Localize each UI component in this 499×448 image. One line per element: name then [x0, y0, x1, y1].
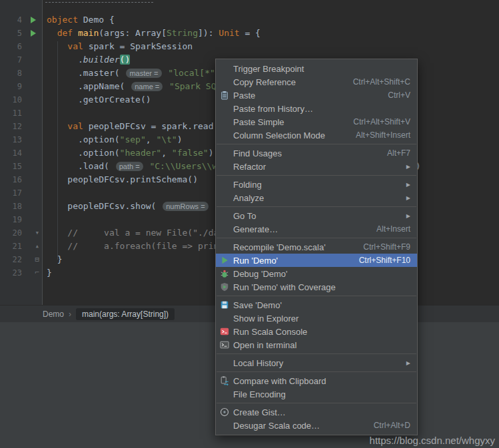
- menu-item-label: Desugar Scala code…: [233, 421, 320, 431]
- menu-item-paste[interactable]: PasteCtrl+V: [216, 89, 417, 102]
- line-number[interactable]: 5: [0, 27, 25, 40]
- menu-item-go-to[interactable]: Go To▶: [216, 209, 417, 222]
- menu-item-save-demo[interactable]: Save 'Demo': [216, 298, 417, 312]
- line-number[interactable]: 16: [0, 173, 25, 186]
- code-token: [47, 41, 67, 51]
- menu-item-desugar-scala-code[interactable]: Desugar Scala code…Ctrl+Alt+D: [216, 419, 417, 432]
- fold-marker-icon[interactable]: ▴: [35, 240, 39, 253]
- gutter-icon-cell: [25, 146, 43, 160]
- gutter-icon-cell: [25, 133, 43, 146]
- line-number[interactable]: 6: [0, 40, 25, 53]
- menu-item-generate[interactable]: Generate…Alt+Insert: [216, 222, 417, 236]
- menu-item-column-selection-mode[interactable]: Column Selection ModeAlt+Shift+Insert: [216, 128, 417, 142]
- menu-item-label: Paste Simple: [233, 117, 284, 127]
- line-number[interactable]: 8: [0, 67, 25, 80]
- menu-item-trigger-breakpoint[interactable]: Trigger Breakpoint: [216, 62, 417, 75]
- menu-item-find-usages[interactable]: Find UsagesAlt+F7: [216, 146, 417, 160]
- breadcrumb-file[interactable]: Demo: [43, 310, 64, 319]
- code-line-text[interactable]: object Demo {: [43, 13, 499, 27]
- menu-item-icon-slot: [219, 116, 230, 127]
- gutter-icon-cell: [25, 107, 43, 120]
- line-number[interactable]: 23: [0, 266, 25, 280]
- menu-item-paste-from-history[interactable]: Paste from History…: [216, 102, 417, 115]
- menu-item-analyze[interactable]: Analyze▶: [216, 191, 417, 204]
- menu-item-open-in-terminal[interactable]: Open in terminal: [216, 338, 417, 351]
- menu-item-run-demo[interactable]: Run 'Demo'Ctrl+Shift+F10: [216, 254, 417, 267]
- menu-separator: [217, 175, 416, 176]
- line-number[interactable]: 10: [0, 93, 25, 107]
- line-number[interactable]: 15: [0, 160, 25, 173]
- menu-item-icon-slot: [219, 148, 230, 158]
- menu-item-folding[interactable]: Folding▶: [216, 178, 417, 191]
- menu-item-compare-with-clipboard[interactable]: Compare with Clipboard: [216, 374, 417, 387]
- line-number[interactable]: 4: [0, 13, 25, 27]
- menu-item-show-in-explorer[interactable]: Show in Explorer: [216, 312, 417, 325]
- menu-item-shortcut: Alt+Shift+Insert: [345, 130, 410, 140]
- menu-item-label: Trigger Breakpoint: [233, 64, 304, 74]
- parameter-hint: master =: [126, 69, 161, 78]
- menu-item-icon-slot: [219, 63, 230, 74]
- menu-item-icon-slot: [219, 313, 230, 324]
- line-number[interactable]: 11: [0, 107, 25, 120]
- menu-item-create-gist[interactable]: Create Gist…: [216, 405, 417, 419]
- code-token: "\t": [156, 134, 177, 144]
- gutter-icon-cell: [25, 67, 43, 80]
- code-line-text[interactable]: val spark = SparkSession: [43, 40, 499, 53]
- gutter-icon-cell: [25, 213, 43, 226]
- line-number[interactable]: 19: [0, 213, 25, 226]
- line-number[interactable]: 17: [0, 186, 25, 200]
- code-token: object: [47, 15, 83, 25]
- gutter-icon-cell: [25, 27, 43, 40]
- fold-marker-icon[interactable]: ⌐: [35, 266, 39, 280]
- menu-item-recompile-demo-scala[interactable]: Recompile 'Demo.scala'Ctrl+Shift+F9: [216, 240, 417, 254]
- menu-item-label: Refactor: [233, 162, 266, 172]
- run-gutter-icon[interactable]: [31, 17, 36, 23]
- code-line[interactable]: 6 val spark = SparkSession: [0, 40, 499, 53]
- run-gutter-icon[interactable]: [31, 30, 36, 37]
- code-token: .getOrCreate(): [47, 95, 151, 105]
- paste-icon: [219, 90, 230, 101]
- line-number[interactable]: 20: [0, 226, 25, 240]
- code-token: main: [78, 28, 99, 38]
- gutter-icon-cell: [25, 80, 43, 93]
- menu-item-run-demo-with-coverage[interactable]: Run 'Demo' with Coverage: [216, 280, 417, 294]
- menu-item-local-history[interactable]: Local History▶: [216, 356, 417, 369]
- line-number[interactable]: 22: [0, 253, 25, 266]
- menu-item-refactor[interactable]: Refactor▶: [216, 160, 417, 173]
- menu-item-shortcut: Ctrl+Alt+Shift+C: [342, 77, 410, 87]
- gutter-icon-cell: [25, 186, 43, 200]
- line-number[interactable]: 12: [0, 120, 25, 133]
- menu-item-debug-demo[interactable]: Debug 'Demo': [216, 267, 417, 280]
- code-token: ): [177, 134, 183, 144]
- menu-item-file-encoding[interactable]: File Encoding: [216, 387, 417, 401]
- line-number[interactable]: 7: [0, 53, 25, 67]
- code-line-text[interactable]: def main(args: Array[String]): Unit = {: [43, 27, 499, 40]
- line-number[interactable]: 21: [0, 240, 25, 253]
- line-number[interactable]: 18: [0, 200, 25, 213]
- fold-marker-icon[interactable]: ⊟: [35, 253, 39, 266]
- menu-item-icon-slot: [219, 77, 230, 87]
- menu-item-paste-simple[interactable]: Paste SimpleCtrl+Alt+Shift+V: [216, 115, 417, 128]
- parameter-hint: numRows =: [163, 202, 208, 211]
- collapsed-region-line[interactable]: [45, 2, 153, 3]
- submenu-arrow-icon: ▶: [396, 195, 410, 201]
- line-number[interactable]: 9: [0, 80, 25, 93]
- line-number[interactable]: 13: [0, 133, 25, 146]
- menu-separator: [217, 238, 416, 238]
- breadcrumb-member[interactable]: main(args: Array[String]): [76, 308, 175, 320]
- line-number[interactable]: 14: [0, 146, 25, 160]
- code-token: [47, 241, 67, 251]
- fold-marker-icon[interactable]: ▾: [35, 226, 39, 240]
- code-token: ,: [161, 148, 172, 158]
- code-line[interactable]: 5 def main(args: Array[String]): Unit = …: [0, 27, 499, 40]
- code-line[interactable]: 4object Demo {: [0, 13, 499, 27]
- submenu-arrow-icon: ▶: [396, 182, 410, 188]
- menu-item-copy-reference[interactable]: Copy ReferenceCtrl+Alt+Shift+C: [216, 75, 417, 89]
- code-token: "local[*": [168, 68, 215, 78]
- code-token: "header": [120, 148, 162, 158]
- menu-item-run-scala-console[interactable]: Run Scala Console: [216, 325, 417, 338]
- gutter-icon-cell: ▴: [25, 240, 43, 253]
- coverage-icon: [219, 282, 230, 292]
- gutter-icon-cell: [25, 40, 43, 53]
- menu-item-icon-slot: [219, 357, 230, 368]
